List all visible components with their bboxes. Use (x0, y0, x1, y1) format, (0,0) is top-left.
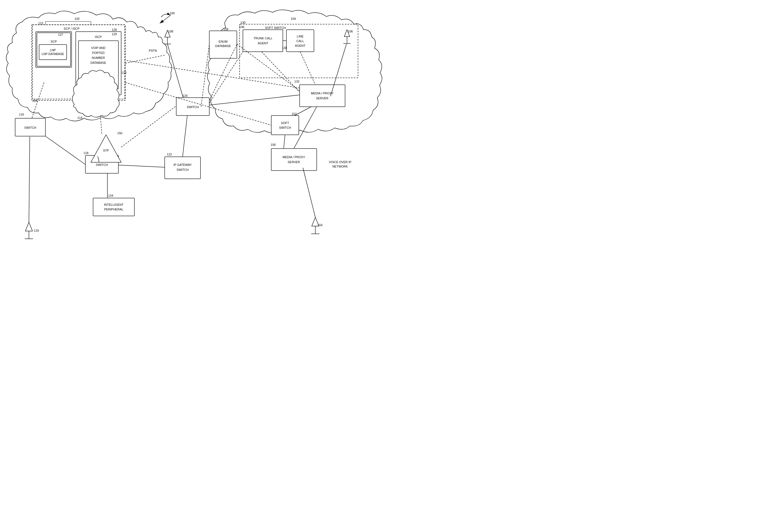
ip-gateway-label1: IP GATEWAY (173, 163, 192, 166)
ref-127: 127 (58, 33, 63, 36)
line-call-agent-label1: LINE (297, 35, 304, 38)
intelligent-peripheral-label2: PERIPHERAL (104, 208, 123, 211)
ref-104: 104 (291, 17, 296, 20)
scp-iscp-label: SCP / ISCP (64, 27, 79, 30)
lnp-database-label: LNP (50, 48, 56, 52)
ref-138: 138 (282, 46, 287, 50)
ref-102: 102 (75, 17, 80, 20)
lnp-database-label2: LNP DATABASE (42, 52, 64, 56)
switch-120-label: SWITCH (187, 105, 199, 109)
iscp-label: ISCP (95, 35, 102, 39)
ref-120: 120 (182, 94, 187, 97)
soft-switch-header-label: SOFT SWITCH (265, 26, 286, 29)
line-call-agent-label2: CALL (296, 39, 304, 43)
svg-line-50 (284, 135, 285, 149)
media-proxy-132-label1: MEDIA / PROXY (311, 92, 334, 95)
svg-rect-17 (271, 149, 317, 171)
trunk-call-agent-label2: AGENT (258, 42, 268, 45)
stp-label: STP (103, 149, 109, 152)
ref-106: 106 (348, 30, 353, 33)
ref-158: 158 (223, 28, 228, 31)
switch-118-label: SWITCH (96, 163, 108, 166)
ref-118: 118 (83, 151, 88, 155)
ref-122: 122 (167, 153, 172, 156)
ref-128: 128 (112, 28, 117, 31)
switch-116-label: SWITCH (24, 126, 36, 129)
ref-113: 113 (121, 71, 126, 74)
ref-154: 154 (318, 223, 323, 227)
voip-db-label2: PORTED (92, 51, 105, 54)
svg-line-44 (182, 116, 187, 157)
ref-114: 114 (77, 116, 82, 119)
voip-db-label3: NUMBER (92, 56, 105, 59)
svg-marker-30 (25, 222, 32, 231)
soft-switch-152-label2: SWITCH (279, 126, 291, 129)
line-call-agent-label3: AGENT (295, 44, 305, 47)
ref-150: 150 (117, 131, 122, 135)
svg-line-40 (45, 136, 85, 164)
media-proxy-132-label2: SERVER (316, 97, 328, 100)
ref-124: 124 (108, 194, 113, 197)
pstn-label: PSTN (149, 49, 157, 52)
voice-over-ip-label1: VOICE OVER IP (329, 160, 351, 164)
media-proxy-156-label1: MEDIA / PROXY (283, 155, 305, 159)
svg-rect-12 (243, 30, 283, 52)
svg-rect-15 (300, 85, 345, 107)
voip-db-label4: DATABASE (90, 61, 106, 64)
ref-112: 112 (38, 21, 43, 25)
ip-gateway-label2: SWITCH (176, 168, 188, 171)
svg-line-57 (29, 137, 30, 222)
ref-136: 136 (239, 25, 244, 29)
svg-line-42 (118, 165, 165, 167)
svg-rect-23 (93, 198, 134, 216)
voice-over-ip-label2: NETWORK (332, 165, 348, 168)
scp-label: SCP (51, 40, 57, 43)
enum-label1: ENUM (219, 40, 228, 43)
ref-130: 130 (241, 21, 245, 24)
svg-line-51 (303, 168, 315, 217)
ref-110: 110 (34, 229, 39, 232)
ref-132: 132 (294, 80, 299, 83)
intelligent-peripheral-label1: INTELLIGENT (104, 203, 124, 206)
enum-label2: DATABASE (215, 44, 231, 48)
ref-100: 100 (169, 12, 174, 15)
diagram-container: 100 102 112 SCP / ISCP 127 SCP LNP LNP D… (0, 0, 385, 266)
ref-129: 129 (112, 32, 117, 36)
ref-126: 126 (32, 99, 37, 102)
trunk-call-agent-label1: TRUNK CALL (254, 37, 272, 40)
media-proxy-156-label2: SERVER (288, 160, 300, 164)
voip-db-label1: VOIP AND (91, 46, 105, 50)
soft-switch-152-label1: SOFT (281, 121, 289, 125)
ref-156: 156 (271, 143, 276, 146)
ref-108: 108 (168, 30, 173, 33)
svg-rect-16 (271, 116, 299, 135)
ref-116: 116 (19, 113, 24, 116)
